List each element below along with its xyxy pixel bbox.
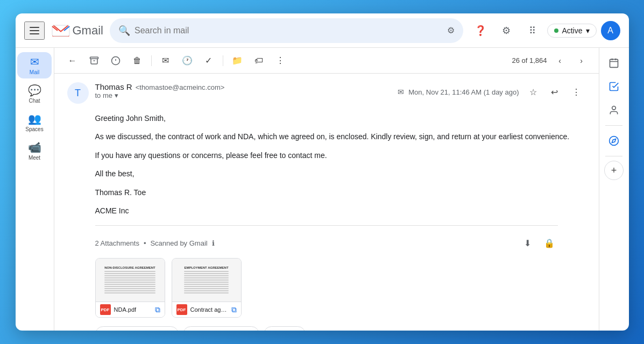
save-to-drive-button[interactable]: 🔒 [541,234,558,252]
active-chevron: ▾ [586,26,590,35]
email-signature: All the best, Thomas R. Toe ACME Inc [95,168,586,217]
snooze-button[interactable]: 🕐 [178,51,197,70]
info-icon[interactable]: ℹ [212,239,215,247]
attachments-area: 2 Attachments • Scanned by Gmail ℹ ⬇ 🔒 [95,225,558,318]
gmail-logo-text: Gmail [73,24,103,38]
left-sidebar: ✉ Mail 💬 Chat 👥 Spaces 📹 Meet [16,48,54,331]
back-button[interactable]: ← [63,51,82,70]
contacts-panel-button[interactable] [603,99,625,121]
nda-arrow: ⧉ [155,305,160,314]
right-sidebar-divider [605,125,622,126]
mark-unread-button[interactable]: ✉ [156,51,175,70]
pagination-text: 26 of 1,864 [512,56,547,64]
mail-icon: ✉ [30,55,39,68]
sidebar-item-chat[interactable]: 💬 Chat [17,81,52,107]
sign-line3: ACME Inc [95,205,586,217]
email-toolbar: ← 🗑 ✉ 🕐 ✓ 📁 🏷 ⋮ 26 of 1,864 ‹ [54,48,599,74]
sender-email: <thomastoe@acmeinc.com> [136,83,225,91]
prev-email-button[interactable]: ‹ [551,52,569,69]
contract-arrow: ⧉ [231,305,237,314]
add-panel-button[interactable]: + [604,161,624,180]
help-button[interactable]: ❓ [470,20,491,41]
sender-avatar: T [67,82,89,104]
compass-panel-button[interactable] [603,130,625,152]
archive-button[interactable] [84,51,104,70]
report-spam-button[interactable] [106,51,125,70]
search-icon: 🔍 [118,25,130,37]
svg-point-9 [612,106,616,110]
svg-marker-11 [612,139,615,142]
quick-reply-2[interactable]: Thank you, will do. [183,326,259,331]
topbar-right: ❓ ⚙ ⠿ Active ▾ A [470,20,620,41]
sign-line1: All the best, [95,168,586,180]
filter-icon[interactable]: ⚙ [447,25,455,35]
settings-button[interactable]: ⚙ [496,20,517,41]
search-bar[interactable]: 🔍 ⚙ [110,18,463,43]
gmail-m-icon [51,24,70,38]
apps-button[interactable]: ⠿ [521,20,543,41]
contract-preview: EMPLOYMENT AGREEMENT [172,259,241,302]
chat-icon: 💬 [28,84,41,97]
pagination: 26 of 1,864 ‹ › [512,52,590,69]
quick-reply-3[interactable]: Signed. [264,326,306,331]
svg-point-10 [610,137,619,146]
next-email-button[interactable]: › [573,52,590,69]
nda-footer: PDF NDA.pdf ⧉ [96,302,165,317]
main-area: ✉ Mail 💬 Chat 👥 Spaces 📹 Meet ← [16,48,629,331]
more-actions-button[interactable]: ⋮ [567,82,586,102]
sidebar-item-spaces[interactable]: 👥 Spaces [17,109,52,135]
topbar: Gmail 🔍 ⚙ ❓ ⚙ ⠿ Active ▾ A [16,13,629,48]
download-all-button[interactable]: ⬇ [519,234,536,252]
to-me[interactable]: to me ▾ [95,91,392,99]
right-sidebar-divider-2 [605,156,622,156]
nda-preview: NON-DISCLOSURE AGREEMENT [96,259,165,302]
email-meta: Thomas R <thomastoe@acmeinc.com> to me ▾ [95,82,392,99]
attachment-contract[interactable]: EMPLOYMENT AGREEMENT [172,258,242,318]
calendar-panel-button[interactable] [603,52,625,74]
sidebar-chat-label: Chat [29,98,40,104]
email-date: ✉ Mon, Nov 21, 11:46 AM (1 day ago) ☆ ↩ … [398,82,585,102]
right-sidebar: + [599,48,629,331]
active-label: Active [562,26,582,35]
search-input[interactable] [135,26,443,35]
done-button[interactable]: ✓ [199,51,218,70]
tasks-panel-button[interactable] [603,76,625,97]
quick-reply-1[interactable]: Received, thank you. [95,326,179,331]
content-area: ← 🗑 ✉ 🕐 ✓ 📁 🏷 ⋮ 26 of 1,864 ‹ [54,48,599,331]
contract-footer: PDF Contract agreem.... ⧉ [172,302,241,317]
sidebar-meet-label: Meet [29,155,40,161]
email-body[interactable]: T Thomas R <thomastoe@acmeinc.com> to me… [54,74,599,331]
active-status[interactable]: Active ▾ [547,24,596,38]
email-body-line2: If you have any questions or concerns, p… [95,149,586,161]
pdf-icon-contract: PDF [176,304,187,315]
user-avatar[interactable]: A [601,21,620,40]
delete-button[interactable]: 🗑 [128,51,147,70]
sidebar-item-meet[interactable]: 📹 Meet [17,138,52,164]
attachment-nda[interactable]: NON-DISCLOSURE AGREEMENT [95,258,165,318]
attachments-list: NON-DISCLOSURE AGREEMENT [95,258,558,318]
sign-line2: Thomas R. Toe [95,187,586,198]
menu-button[interactable] [24,22,45,40]
attachments-header: 2 Attachments • Scanned by Gmail ℹ ⬇ 🔒 [95,234,558,252]
sidebar-mail-label: Mail [30,69,39,75]
reply-button[interactable]: ↩ [545,82,564,102]
label-button[interactable]: 🏷 [249,51,268,70]
email-actions: ☆ ↩ ⋮ [523,82,586,102]
meet-icon: 📹 [28,141,41,154]
toolbar-separator-1 [151,55,152,66]
attachments-title: 2 Attachments • Scanned by Gmail ℹ [95,239,215,247]
email-greeting: Greeting John Smith, [95,112,586,124]
gmail-logo: Gmail [51,24,103,38]
attachments-actions: ⬇ 🔒 [519,234,558,252]
email-icon-small: ✉ [398,88,404,96]
star-button[interactable]: ☆ [523,82,543,102]
email-content: Greeting John Smith, As we discussed, th… [95,112,586,217]
quick-replies: Received, thank you. Thank you, will do.… [95,326,558,331]
toolbar-separator-2 [223,55,223,66]
svg-rect-5 [610,59,618,67]
more-button[interactable]: ⋮ [271,51,290,70]
nda-filename: NDA.pdf [114,306,152,313]
move-button[interactable]: 📁 [228,51,247,70]
sidebar-item-mail[interactable]: ✉ Mail [17,52,52,78]
sidebar-spaces-label: Spaces [25,126,43,132]
